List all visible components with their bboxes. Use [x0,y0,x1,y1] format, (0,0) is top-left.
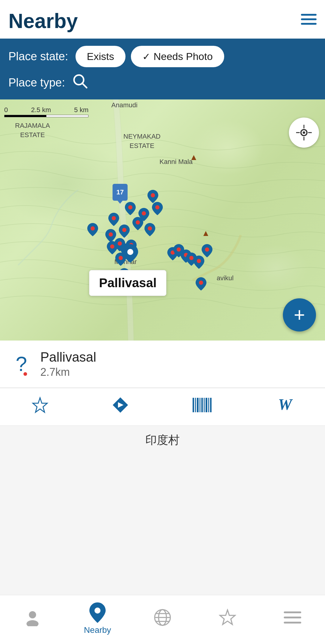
svg-point-11 [151,193,155,197]
svg-marker-35 [33,398,47,412]
svg-rect-41 [201,398,203,412]
map-label-kanni-mala: Kanni Mala [159,158,193,166]
main-menu-nav[interactable] [260,611,325,627]
place-item[interactable]: ? Pallivasal 2.7km [0,341,325,388]
map-label-anamudi: Anamudi [111,101,138,109]
svg-rect-1 [301,18,317,20]
header: Nearby [0,0,325,39]
favorites-nav[interactable] [195,609,260,629]
svg-rect-38 [195,398,196,412]
needs-photo-chip[interactable]: ✓ Needs Photo [131,46,224,67]
map-pin-bottom-right[interactable] [196,277,206,291]
bottom-nav: Nearby [0,595,325,644]
action-row: ▶ W [0,388,325,426]
svg-rect-40 [200,398,200,412]
globe-nav[interactable] [130,609,195,629]
svg-rect-39 [197,398,199,412]
scale-bar: 0 2.5 km 5 km [4,106,88,117]
question-dot [23,372,27,376]
svg-rect-2 [301,23,317,25]
needs-photo-label: Needs Photo [153,51,213,62]
exists-label: Exists [87,51,114,62]
svg-point-5 [91,226,95,231]
svg-point-48 [26,620,39,626]
map-pin-6[interactable] [144,223,155,236]
svg-point-25 [205,247,209,252]
nearby-nav[interactable]: Nearby [65,602,130,635]
filter-bar: Place state: Exists ✓ Needs Photo Place … [0,39,325,99]
location-button[interactable] [289,118,319,148]
svg-point-30 [303,131,305,134]
check-icon: ✓ [142,51,150,62]
star-icon[interactable] [32,397,48,417]
menu-icon[interactable] [301,13,317,29]
svg-rect-44 [208,398,209,412]
place-info: Pallivasal 2.7km [40,350,314,379]
svg-point-23 [189,256,193,260]
map-pin-5[interactable] [138,208,149,221]
svg-point-47 [29,611,36,618]
add-button[interactable]: + [283,298,316,331]
spacer [0,454,325,595]
svg-point-27 [119,256,123,260]
svg-point-19 [127,249,133,255]
map-pin-9[interactable] [125,202,136,215]
map-pin-2[interactable] [108,213,119,226]
barcode-icon[interactable] [192,397,213,417]
svg-rect-0 [301,14,317,16]
map-pin-3[interactable] [119,225,130,238]
svg-point-7 [122,228,126,232]
map-pin-right-5[interactable] [193,256,204,269]
place-type-label: Place type: [8,76,65,89]
svg-point-15 [110,244,114,249]
map-tooltip: Pallivasal [89,270,166,296]
svg-rect-42 [204,398,205,412]
svg-rect-58 [284,622,301,624]
scale-line [4,115,88,117]
svg-rect-43 [206,398,207,412]
place-state-label: Place state: [8,50,68,63]
svg-point-13 [128,205,132,209]
exists-chip[interactable]: Exists [76,46,126,67]
svg-line-4 [82,83,87,88]
nearby-nav-label: Nearby [84,625,111,635]
map-label-neymakad: NEYMAKADESTATE [123,132,160,151]
svg-marker-55 [220,610,235,624]
place-type-search-icon[interactable] [72,73,88,92]
svg-point-6 [112,216,116,220]
map-label-avikul: avikul [217,274,234,282]
svg-rect-56 [284,611,301,613]
svg-point-9 [142,211,146,215]
map-container[interactable]: 0 2.5 km 5 km Anamudi RAJAMALAESTATE NEY… [0,99,325,341]
scale-0: 0 [4,106,8,114]
map-pin-bottom-2[interactable] [115,253,126,266]
svg-point-14 [109,232,113,237]
highway-marker: 17 [113,184,128,201]
wikipedia-icon[interactable]: W [277,397,293,417]
profile-nav[interactable] [0,609,65,629]
mountain-icon-2: ▲ [202,228,210,238]
place-label-row: 印度村 [0,426,325,454]
svg-rect-57 [284,617,301,618]
scale-2-5: 2.5 km [31,106,51,114]
place-type-row: Place type: [8,73,317,92]
mountain-icon-1: ▲ [190,152,198,162]
place-type-icon: ? [11,353,32,375]
svg-point-21 [177,247,181,252]
svg-point-24 [197,259,201,263]
svg-point-10 [148,226,152,231]
svg-rect-45 [210,398,212,412]
map-pin-8[interactable] [152,202,163,215]
place-name: Pallivasal [40,350,314,365]
map-pin-7[interactable] [147,190,158,203]
place-label: 印度村 [145,434,180,446]
svg-point-49 [94,608,101,614]
map-pin-1[interactable] [87,223,98,236]
place-distance: 2.7km [40,366,314,379]
directions-icon[interactable]: ▶ [112,397,129,417]
scale-5: 5 km [74,106,88,114]
map-pin-right-6[interactable] [202,244,212,257]
svg-text:W: W [278,397,293,413]
map-label-rajamala: RAJAMALAESTATE [15,121,50,140]
svg-rect-37 [193,398,194,412]
